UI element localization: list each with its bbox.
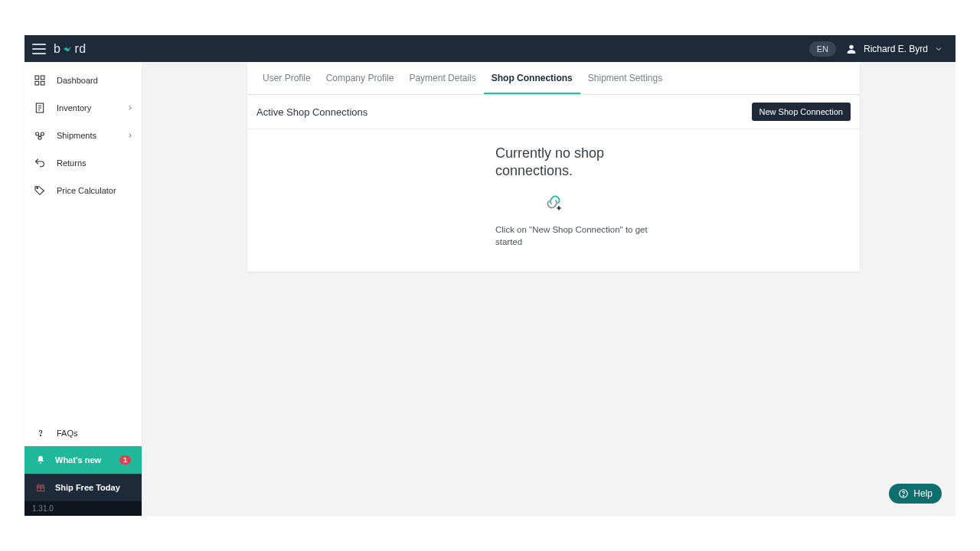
section-header: Active Shop Connections New Shop Connect…: [247, 95, 860, 129]
sidebar-item-inventory[interactable]: Inventory: [24, 94, 142, 122]
tab-company-profile[interactable]: Company Profile: [318, 62, 402, 94]
language-selector[interactable]: EN: [809, 41, 836, 57]
sidebar-item-price-calculator[interactable]: Price Calculator: [24, 177, 142, 204]
svg-point-10: [41, 435, 41, 435]
sidebar-item-shipments[interactable]: Shipments: [24, 122, 142, 149]
sidebar-item-label: Price Calculator: [57, 186, 116, 195]
dashboard-icon: [34, 74, 46, 86]
tab-user-profile[interactable]: User Profile: [255, 62, 318, 94]
ship-free-label: Ship Free Today: [55, 483, 120, 492]
sidebar-item-label: Returns: [57, 158, 87, 168]
question-icon: [35, 428, 46, 439]
new-shop-connection-button[interactable]: New Shop Connection: [752, 103, 851, 121]
user-menu[interactable]: Richard E. Byrd: [845, 43, 943, 55]
section-title: Active Shop Connections: [256, 106, 368, 118]
empty-subtitle: Click on "New Shop Connection" to get st…: [495, 223, 648, 249]
svg-point-9: [37, 187, 38, 189]
bell-icon: [35, 455, 46, 465]
empty-title: Currently no shop connections.: [495, 145, 664, 181]
topbar: b rd EN Richard E. Byrd: [24, 35, 956, 62]
gift-icon: [35, 482, 46, 493]
svg-rect-4: [41, 81, 44, 85]
svg-point-13: [903, 495, 904, 496]
menu-toggle[interactable]: [32, 44, 46, 54]
tab-shipment-settings[interactable]: Shipment Settings: [580, 62, 670, 94]
inventory-icon: [34, 102, 46, 114]
chevron-right-icon: [126, 132, 134, 139]
svg-rect-1: [35, 76, 39, 80]
chevron-right-icon: [126, 104, 134, 112]
svg-rect-3: [35, 81, 39, 85]
help-button[interactable]: Help: [889, 484, 942, 504]
sidebar-item-label: Dashboard: [57, 76, 98, 85]
sidebar-item-label: Inventory: [57, 103, 91, 112]
sidebar-item-dashboard[interactable]: Dashboard: [24, 67, 142, 94]
user-name: Richard E. Byrd: [864, 44, 928, 54]
brand-prefix: b: [54, 42, 60, 56]
svg-rect-2: [41, 76, 44, 80]
help-label: Help: [913, 488, 933, 499]
sidebar: Dashboard Inventory Shipments Returns: [24, 62, 142, 516]
sidebar-item-returns[interactable]: Returns: [24, 149, 142, 177]
version-label: 1.31.0: [24, 501, 142, 516]
link-plus-icon: [543, 191, 852, 216]
sidebar-item-ship-free[interactable]: Ship Free Today: [24, 474, 142, 501]
bird-icon: [62, 44, 73, 54]
tab-shop-connections[interactable]: Shop Connections: [484, 62, 580, 94]
tag-icon: [34, 184, 46, 197]
brand-logo[interactable]: b rd: [54, 42, 87, 56]
sidebar-item-label: Shipments: [57, 131, 96, 140]
whats-new-badge: 1: [119, 455, 131, 465]
sidebar-item-whats-new[interactable]: What's new 1: [24, 446, 142, 474]
main-content: User Profile Company Profile Payment Det…: [142, 62, 956, 516]
svg-point-0: [849, 44, 853, 48]
brand-suffix: rd: [74, 42, 86, 56]
returns-icon: [34, 157, 46, 169]
whats-new-label: What's new: [55, 455, 101, 465]
chevron-down-icon: [934, 44, 943, 54]
tab-payment-details[interactable]: Payment Details: [401, 62, 483, 94]
tabs: User Profile Company Profile Payment Det…: [247, 62, 860, 95]
empty-state: Currently no shop connections. Click on …: [247, 129, 860, 272]
avatar-icon: [845, 43, 858, 55]
faqs-label: FAQs: [57, 429, 78, 438]
sidebar-item-faqs[interactable]: FAQs: [24, 420, 142, 446]
help-icon: [898, 488, 909, 499]
shipments-icon: [34, 129, 46, 142]
settings-card: User Profile Company Profile Payment Det…: [247, 62, 860, 272]
